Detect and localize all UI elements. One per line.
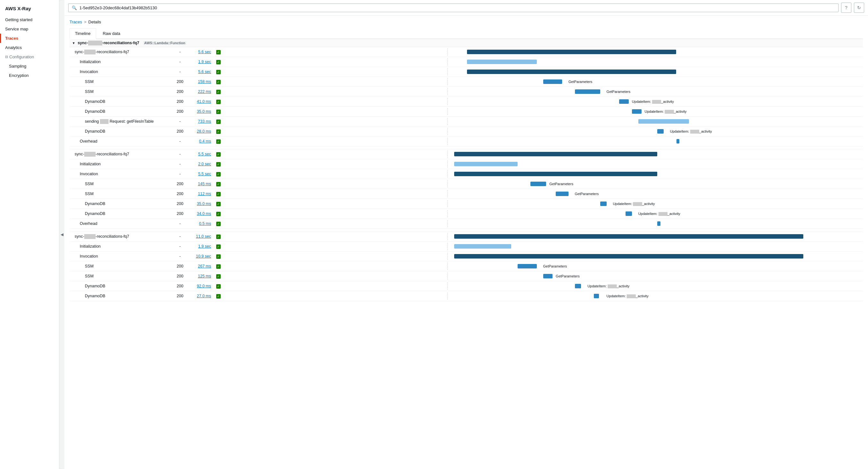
row-name: sync-████-reconciliations-fq7 — [69, 47, 172, 57]
row-duration: 11.0 sec — [188, 231, 214, 242]
sidebar-configuration-label: Configuration — [9, 55, 34, 59]
row-timeline — [223, 231, 863, 242]
sidebar-label-encryption: Encryption — [9, 73, 29, 78]
row-duration: 92.0 ms — [188, 281, 214, 291]
row-status: 200 — [172, 97, 188, 107]
row-status: - — [172, 251, 188, 261]
table-row: DynamoDB 200 41.0 ms ✓ UpdateItem: ████_… — [69, 97, 863, 107]
row-name: DynamoDB — [69, 127, 172, 136]
table-row: sync-████-reconciliations-fq7 - 5.5 sec … — [69, 149, 863, 159]
row-duration: 267 ms — [188, 261, 214, 271]
row-check: ✓ — [214, 251, 223, 261]
row-timeline: UpdateItem: ████_activity — [223, 281, 863, 291]
row-timeline — [223, 159, 863, 169]
table-row: Overhead - 0.5 ms ✓ — [69, 219, 863, 229]
row-timeline: UpdateItem: ████_activity — [223, 127, 863, 136]
row-check: ✓ — [214, 159, 223, 169]
row-name: Initialization — [69, 57, 172, 67]
row-timeline — [223, 251, 863, 261]
tab-raw-data[interactable]: Raw data — [97, 28, 126, 38]
row-name: SSM — [69, 189, 172, 199]
row-duration: 5.5 sec — [188, 169, 214, 179]
sidebar-collapse-button[interactable]: ◀ — [59, 0, 64, 469]
table-row: Invocation - 5.5 sec ✓ — [69, 169, 863, 179]
help-button[interactable]: ? — [841, 3, 851, 13]
sidebar-item-service-map[interactable]: Service map — [0, 24, 59, 34]
row-timeline: UpdateItem: ████_activity — [223, 199, 863, 209]
row-duration: 28.0 ms — [188, 127, 214, 136]
row-status: 200 — [172, 281, 188, 291]
table-row: DynamoDB 200 27.0 ms ✓ UpdateItem: ████_… — [69, 291, 863, 301]
row-timeline — [223, 219, 863, 229]
tab-timeline-label: Timeline — [75, 31, 91, 36]
sidebar: AWS X-Ray Getting started Service map Tr… — [0, 0, 59, 469]
row-name: DynamoDB — [69, 97, 172, 107]
row-duration: 222 ms — [188, 87, 214, 97]
row-duration: 0.4 ms — [188, 136, 214, 147]
row-check: ✓ — [214, 87, 223, 97]
row-name: DynamoDB — [69, 281, 172, 291]
table-row: DynamoDB 200 34.0 ms ✓ UpdateItem: ████_… — [69, 209, 863, 219]
row-timeline — [223, 47, 863, 57]
row-name: DynamoDB — [69, 199, 172, 209]
row-status: - — [172, 231, 188, 242]
row-duration: 41.0 ms — [188, 97, 214, 107]
table-row: SSM 200 267 ms ✓ GetParameters — [69, 261, 863, 271]
row-name: Overhead — [69, 136, 172, 147]
row-status: - — [172, 169, 188, 179]
sidebar-item-analytics[interactable]: Analytics — [0, 43, 59, 52]
row-timeline — [223, 67, 863, 77]
search-input[interactable] — [80, 5, 835, 10]
row-status: 200 — [172, 199, 188, 209]
row-duration: 0.5 ms — [188, 219, 214, 229]
row-timeline: GetParameters — [223, 77, 863, 87]
table-row: SSM 200 222 ms ✓ GetParameters — [69, 87, 863, 97]
row-timeline: GetParameters — [223, 179, 863, 189]
sidebar-label-traces: Traces — [5, 36, 18, 41]
section1-header-row: ▼ sync-█████-reconciliations-fq7 AWS::La… — [69, 39, 863, 47]
row-status: 200 — [172, 189, 188, 199]
row-status: - — [172, 47, 188, 57]
table-row: Invocation - 10.9 sec ✓ — [69, 251, 863, 261]
configuration-toggle-icon: ⊟ — [5, 55, 8, 59]
row-duration: 112 ms — [188, 189, 214, 199]
row-duration: 35.0 ms — [188, 107, 214, 117]
sidebar-item-encryption[interactable]: Encryption — [0, 71, 59, 80]
duration-link[interactable]: 5.6 sec — [198, 50, 211, 54]
sidebar-configuration-header[interactable]: ⊟ Configuration — [0, 52, 59, 62]
table-row: SSM 200 125 ms ✓ GetParameters — [69, 271, 863, 281]
row-duration: 145 ms — [188, 179, 214, 189]
row-check: ✓ — [214, 117, 223, 127]
breadcrumb-current: Details — [88, 20, 101, 24]
row-status: - — [172, 117, 188, 127]
row-check: ✓ — [214, 199, 223, 209]
row-check: ✓ — [214, 149, 223, 159]
tab-timeline[interactable]: Timeline — [69, 28, 96, 39]
row-check: ✓ — [214, 127, 223, 136]
row-duration: 5.5 sec — [188, 149, 214, 159]
search-box[interactable]: 🔍 — [68, 3, 839, 12]
sidebar-label-analytics: Analytics — [5, 45, 22, 50]
row-status: - — [172, 159, 188, 169]
sidebar-item-traces[interactable]: Traces — [0, 34, 59, 43]
collapse-icon: ◀ — [61, 232, 63, 237]
row-duration: 125 ms — [188, 271, 214, 281]
sidebar-item-getting-started[interactable]: Getting started — [0, 15, 59, 24]
row-name: Initialization — [69, 242, 172, 251]
row-name: sync-████-reconciliations-fq7 — [69, 231, 172, 242]
row-status: 200 — [172, 209, 188, 219]
row-check: ✓ — [214, 271, 223, 281]
sidebar-item-sampling[interactable]: Sampling — [0, 62, 59, 71]
breadcrumb-traces-link[interactable]: Traces — [69, 20, 82, 24]
row-check: ✓ — [214, 291, 223, 301]
row-name: DynamoDB — [69, 107, 172, 117]
content-area: Traces > Details Timeline Raw data — [64, 16, 868, 469]
spacer-row — [69, 147, 863, 149]
row-status: 200 — [172, 107, 188, 117]
table-row: Initialization - 2.0 sec ✓ — [69, 159, 863, 169]
row-timeline — [223, 117, 863, 127]
row-status: 200 — [172, 271, 188, 281]
row-check: ✓ — [214, 169, 223, 179]
refresh-button[interactable]: ↻ — [854, 3, 864, 13]
row-duration: 1.9 sec — [188, 57, 214, 67]
